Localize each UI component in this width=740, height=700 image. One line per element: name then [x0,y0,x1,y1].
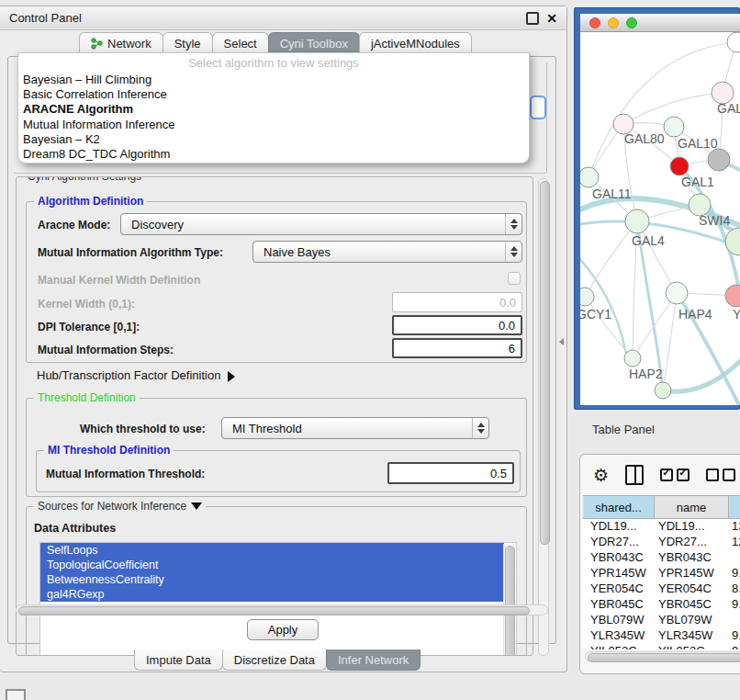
network-node-gal10[interactable] [664,117,684,137]
network-node-hap2[interactable] [624,350,641,367]
tab-network[interactable]: Network [79,32,163,53]
scrollbar-thumb[interactable] [588,653,740,662]
aracne-mode-label: Aracne Mode: [38,219,110,231]
network-node[interactable] [725,228,740,255]
node-label: GAL4 [632,233,665,248]
combo-stepper-icon[interactable] [505,214,521,234]
table-cell: YBR045C [658,597,729,611]
algorithm-option[interactable]: Bayesian – K2 [18,132,529,147]
node-label: GAL1 [681,175,714,189]
manual-kernel-width-checkbox[interactable] [508,272,521,285]
settings-vertical-scrollbar[interactable] [538,178,549,656]
network-edge [633,293,677,358]
tab-style[interactable]: Style [163,32,213,53]
network-node-gal4[interactable] [625,209,649,233]
table-cell: YER054C [658,581,729,595]
zoom-button[interactable] [626,17,637,28]
select-all-columns-icon[interactable] [660,469,690,481]
column-header-1[interactable]: shared... [583,495,655,519]
control-panel-titlebar: Control Panel ✕ [0,6,566,30]
table-panel-title: Table Panel [592,423,655,436]
network-node-y[interactable] [725,285,740,307]
dpi-tolerance-field[interactable]: 0.0 [392,315,522,335]
algorithm-definition-group: Algorithm Definition Aracne Mode: Discov… [26,201,527,363]
combo-stepper-icon[interactable] [472,418,488,438]
table-row[interactable]: YBL079WYBL079W [583,613,740,628]
table-horizontal-scrollbar[interactable] [585,651,740,661]
algorithm-option[interactable]: Basic Correlation Inference [18,87,529,102]
mi-steps-field[interactable]: 6 [392,338,522,358]
column-header-2[interactable]: name [655,495,729,519]
network-canvas[interactable]: GALGAL80GAL10GAL1GAL11SWI4GAL4GCY1HAP4YH… [580,32,740,405]
table-cell: YIL052C [590,644,658,649]
table-row[interactable]: YPR145WYPR145W9. [583,566,740,581]
algorithm-option[interactable]: Bayesian – Hill Climbing [18,73,529,87]
table-toolbar: ⚙ [593,462,740,488]
cyni-toolbox-panel: Select algorithm to view settings Bayesi… [7,56,556,644]
mutual-information-threshold-field[interactable]: 0.5 [387,462,514,484]
attribute-item[interactable]: gal4RGexp [40,587,504,602]
algorithm-option[interactable]: ARACNE Algorithm [18,102,529,117]
table-cell: YBR043C [658,550,729,564]
network-edge [585,221,637,297]
table-cell: 8. [732,581,740,595]
tab-select[interactable]: Select [212,32,269,53]
which-threshold-combo[interactable]: MI Threshold [221,417,489,439]
tab-jactivemnodules[interactable]: jActiveMNodules [359,32,472,53]
aracne-mode-combo[interactable]: Discovery [120,213,522,235]
network-node-gal1[interactable] [670,157,689,175]
gear-icon[interactable]: ⚙ [593,467,609,484]
scrollbar-thumb[interactable] [18,606,530,615]
close-icon[interactable]: ✕ [546,14,557,23]
minimize-button[interactable] [608,17,619,28]
attribute-item[interactable]: TopologicalCoefficient [40,558,504,572]
node-label: HAP2 [629,367,663,381]
column-header-3[interactable]: A [729,495,740,519]
table-row[interactable]: YLR345WYLR345W9. [583,628,740,644]
collapsed-widget-icon[interactable] [6,689,26,700]
table-row[interactable]: YBR043CYBR043C [583,550,740,566]
algorithm-dropdown-popup: Select algorithm to view settings Bayesi… [17,52,530,164]
network-node-gcy1[interactable] [580,288,594,306]
table-row[interactable]: YBR045CYBR045C9. [583,597,740,613]
table-cell: 9. [732,566,740,580]
settings-horizontal-scrollbar[interactable] [16,604,548,615]
network-node-hap4[interactable] [666,282,688,304]
unselect-all-columns-icon[interactable] [706,469,735,481]
tab-discretize-data[interactable]: Discretize Data [222,649,327,671]
hidden-group-border-bottom [14,173,546,174]
split-columns-icon[interactable] [625,465,644,485]
network-node[interactable] [655,382,671,399]
attributes-list-scrollbar[interactable] [503,544,515,656]
network-view-frame[interactable]: GALGAL80GAL10GAL1GAL11SWI4GAL4GCY1HAP4YH… [574,7,740,410]
network-node[interactable] [727,32,740,52]
scrollbar-thumb[interactable] [540,181,550,545]
tab-cyni-toolbox[interactable]: Cyni Toolbox [268,32,360,53]
scrollbar-thumb[interactable] [505,546,515,656]
combo-stepper-icon[interactable] [505,242,521,262]
collapse-arrow-icon[interactable] [191,502,202,510]
float-icon[interactable] [526,12,539,25]
splitter-collapse-icon[interactable] [559,338,564,345]
network-node-gal11[interactable] [580,167,599,187]
hub-definition-expander[interactable]: Hub/Transcription Factor Definition [37,368,235,382]
algorithm-option[interactable]: Mutual Information Inference [18,118,529,132]
kernel-width-field[interactable]: 0.0 [392,292,522,312]
network-node[interactable] [708,149,730,171]
attribute-item[interactable]: BetweennessCentrality [40,572,504,587]
mi-algorithm-type-combo[interactable]: Naive Bayes [252,241,522,263]
table-cell: YDR27... [658,535,729,548]
table-cell: 9. [732,628,740,642]
network-window-titlebar [580,14,740,32]
table-row[interactable]: YIL052CYIL052C9. [583,644,740,649]
close-button[interactable] [589,17,600,28]
table-row[interactable]: YDR27...YDR27...12 [583,535,740,550]
tab-impute-data[interactable]: Impute Data [134,649,223,671]
attribute-item[interactable]: SelfLoops [40,543,504,558]
table-row[interactable]: YDL19...YDL19...13 [583,519,740,535]
table-row[interactable]: YER054CYER054C8. [583,581,740,597]
algorithm-option[interactable]: Dream8 DC_TDC Algorithm [18,147,529,162]
apply-button[interactable]: Apply [247,619,319,640]
table-header-row: shared...nameA [583,495,740,519]
tab-infer-network[interactable]: Infer Network [326,649,420,671]
